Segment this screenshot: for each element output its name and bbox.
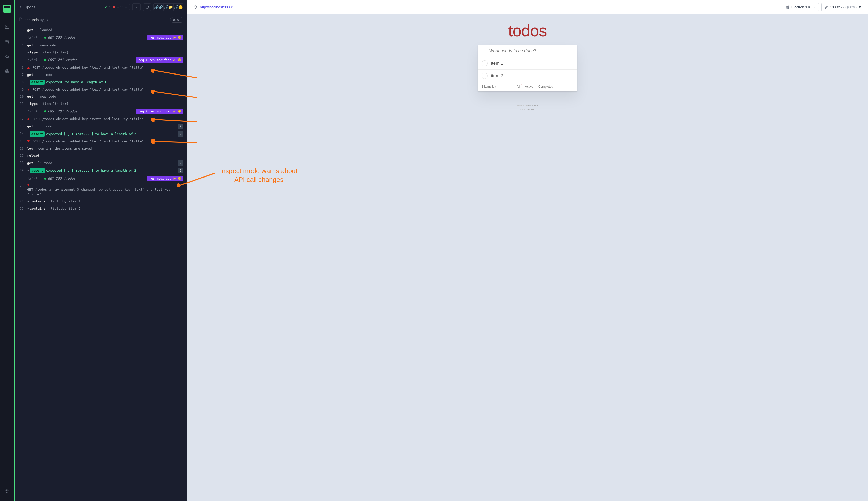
tool-button-2[interactable]: 🔗📁	[163, 3, 174, 11]
author-link[interactable]: Evan You	[528, 104, 538, 107]
viewport-size: 1000x660	[830, 5, 846, 9]
filter-completed[interactable]: Completed	[536, 84, 555, 89]
command-row[interactable]: 20 GET /todos array element 0 changed: o…	[15, 183, 187, 198]
command-log[interactable]: 3get .loaded(xhr) GET 200 /todosres modi…	[15, 25, 187, 501]
command-row[interactable]: 7get li.todo	[15, 71, 187, 78]
reporter-panel: Specs ✓ 1 ✕ -- ⟳ -- 🔗🔗 🔗📁 🔗🟡	[14, 0, 187, 501]
fail-icon: ✕	[112, 5, 116, 9]
pending-icon: ⟳	[120, 5, 123, 9]
nav-settings-icon[interactable]	[2, 66, 12, 76]
todo-credits: Written by Evan You Part of TodoMVC	[478, 104, 577, 111]
command-row[interactable]: 14-assert expected [ , 1 more... ] to ha…	[15, 130, 187, 138]
fail-count: --	[117, 5, 119, 9]
modified-badge: res modified ✨ 🧐	[147, 35, 184, 41]
command-row[interactable]: 18get li.todo2	[15, 159, 187, 167]
warning-triangle-icon	[27, 140, 30, 142]
svg-point-5	[194, 6, 197, 9]
count-badge: 2	[178, 131, 184, 137]
url-bar[interactable]: http://localhost:3000/	[190, 3, 780, 11]
modified-badge: res modified ✨ 🧐	[147, 176, 184, 181]
command-row[interactable]: 10get .new-todo	[15, 93, 187, 100]
nav-sidebar	[0, 0, 14, 501]
tool-button-1[interactable]: 🔗🔗	[153, 3, 164, 11]
svg-rect-0	[5, 25, 9, 29]
preview-panel: http://localhost:3000/ Electron 118 ▼ 10…	[187, 0, 868, 501]
command-row[interactable]: (xhr) GET 200 /todosres modified ✨ 🧐	[15, 34, 187, 42]
pass-count: 1	[109, 5, 111, 9]
new-todo-input[interactable]	[478, 45, 577, 57]
annotation-text: Inspect mode warns about API call change…	[220, 167, 298, 184]
filter-all[interactable]: All	[515, 84, 522, 89]
command-row[interactable]: 4get .new-todo	[15, 42, 187, 49]
filter-active[interactable]: Active	[523, 84, 535, 89]
browser-bar: http://localhost:3000/ Electron 118 ▼ 10…	[187, 0, 868, 14]
todo-footer: 2 items left All Active Completed	[478, 82, 577, 91]
test-status: ✓ 1 ✕ -- ⟳ --	[102, 4, 130, 10]
command-row[interactable]: (xhr) POST 201 /todosreq + res modified …	[15, 107, 187, 116]
todo-item[interactable]: item 2	[478, 70, 577, 82]
cypress-logo[interactable]	[3, 4, 11, 13]
command-row[interactable]: 9 POST /todos object added key "text" an…	[15, 86, 187, 93]
command-row[interactable]: (xhr) POST 201 /todosreq + res modified …	[15, 56, 187, 64]
command-row[interactable]: 19-assert expected [ , 1 more... ] to ha…	[15, 167, 187, 174]
specs-title[interactable]: Specs	[19, 5, 35, 9]
modified-badge: req + res modified ✨ 🧐	[136, 109, 184, 114]
warning-triangle-icon	[27, 67, 30, 69]
nav-debug-icon[interactable]	[2, 51, 12, 62]
restart-button[interactable]	[143, 3, 151, 11]
nav-keyboard-icon[interactable]	[2, 486, 12, 497]
tool-button-3[interactable]: 🔗🟡	[173, 3, 184, 11]
items-left: 2 items left	[482, 85, 496, 88]
todo-filters: All Active Completed	[515, 84, 555, 89]
chevron-down-icon: ▼	[858, 5, 862, 9]
command-row[interactable]: 8-assert expected to have a length of 1	[15, 78, 187, 86]
toolbar-group: 🔗🔗 🔗📁 🔗🟡	[154, 3, 184, 11]
command-row[interactable]: 11-type item 2{enter}	[15, 100, 187, 107]
todo-heading: todos	[478, 21, 577, 40]
command-row[interactable]: 5-type item 1{enter}	[15, 49, 187, 56]
todo-checkbox[interactable]	[482, 60, 487, 66]
command-row[interactable]: 3get .loaded	[15, 26, 187, 34]
nav-specs-icon[interactable]	[2, 22, 12, 32]
svg-point-7	[786, 6, 789, 8]
svg-point-1	[8, 40, 9, 41]
todo-label: item 1	[491, 61, 503, 66]
reload-icon	[145, 6, 149, 9]
todo-checkbox[interactable]	[482, 73, 487, 79]
chevron-down-icon	[135, 6, 138, 9]
command-row[interactable]: 13get li.todo2	[15, 122, 187, 130]
pending-count: --	[125, 5, 127, 9]
file-extension: .cy.js	[39, 18, 47, 22]
test-timer: 00:01	[170, 17, 184, 23]
command-row[interactable]: (xhr) GET 200 /todosres modified ✨ 🧐	[15, 174, 187, 183]
file-icon	[19, 17, 23, 22]
specs-label: Specs	[25, 5, 35, 9]
count-badge: 2	[178, 160, 184, 166]
todo-item[interactable]: item 1	[478, 57, 577, 70]
command-row[interactable]: 15 POST /todos object added key "text" a…	[15, 138, 187, 145]
count-badge: 2	[178, 124, 184, 129]
todomvc-link[interactable]: TodoMVC	[526, 108, 536, 111]
browser-selector[interactable]: Electron 118 ▼	[783, 3, 819, 11]
todo-app: todos item 1 item 2 2 ite	[478, 21, 577, 111]
stop-button[interactable]	[132, 3, 141, 11]
svg-point-2	[8, 42, 9, 43]
warning-triangle-icon	[27, 88, 30, 90]
url-text: http://localhost:3000/	[200, 5, 233, 9]
file-bar: add-todo .cy.js 00:01	[15, 14, 187, 25]
todo-label: item 2	[491, 73, 503, 78]
viewport-info[interactable]: 1000x660 (68%) ▼	[822, 3, 865, 11]
warning-triangle-icon	[27, 118, 30, 120]
command-row[interactable]: 21-contains li.todo, item 1	[15, 198, 187, 205]
nav-runs-icon[interactable]	[2, 36, 12, 47]
command-row[interactable]: 12 POST /todos object added key "text" a…	[15, 116, 187, 122]
command-row[interactable]: 22-contains li.todo, item 2	[15, 205, 187, 212]
command-row[interactable]: 6 POST /todos object added key "text" an…	[15, 64, 187, 71]
svg-point-4	[6, 71, 8, 72]
svg-point-6	[787, 7, 788, 8]
count-badge: 2	[178, 168, 184, 173]
browser-name: Electron 118	[791, 5, 811, 9]
todo-list: item 1 item 2	[478, 57, 577, 82]
command-row[interactable]: 16log confirm the items are saved	[15, 145, 187, 152]
command-row[interactable]: 17reload	[15, 152, 187, 159]
